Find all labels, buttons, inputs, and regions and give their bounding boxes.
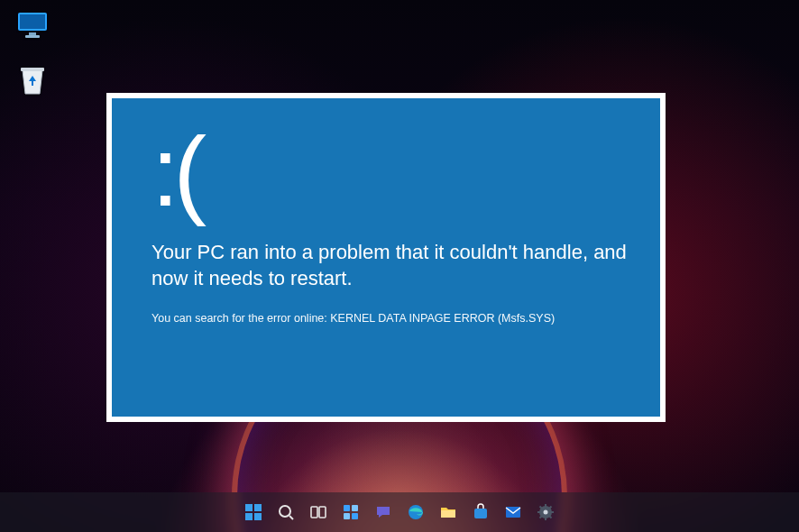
widgets-icon <box>342 503 360 521</box>
file-explorer-button[interactable] <box>435 499 462 526</box>
bsod-frown: :( <box>152 129 631 214</box>
bsod-panel: :( Your PC ran into a problem that it co… <box>112 98 660 417</box>
widgets-button[interactable] <box>337 499 364 526</box>
gear-icon <box>537 503 555 521</box>
search-button[interactable] <box>272 499 299 526</box>
svg-line-27 <box>540 507 542 509</box>
svg-rect-7 <box>245 513 253 520</box>
desktop[interactable]: :( Your PC ran into a problem that it co… <box>0 0 799 532</box>
search-icon <box>277 503 295 521</box>
svg-rect-8 <box>254 513 262 520</box>
task-view-button[interactable] <box>305 499 332 526</box>
svg-rect-18 <box>441 510 455 518</box>
svg-rect-11 <box>311 507 317 518</box>
folder-icon <box>439 503 457 521</box>
svg-rect-5 <box>245 504 253 511</box>
svg-rect-6 <box>254 504 262 511</box>
svg-point-17 <box>409 505 423 519</box>
bsod-window: :( Your PC ran into a problem that it co… <box>106 93 666 422</box>
store-button[interactable] <box>467 499 494 526</box>
svg-rect-1 <box>20 14 45 29</box>
svg-line-28 <box>550 517 552 518</box>
svg-line-30 <box>550 507 552 509</box>
chat-icon <box>374 503 392 521</box>
store-icon <box>472 503 490 521</box>
monitor-icon <box>16 11 49 43</box>
windows-icon <box>244 503 262 521</box>
desktop-icon-this-pc[interactable] <box>11 11 54 43</box>
svg-rect-12 <box>319 507 326 518</box>
recycle-bin-icon <box>18 65 47 101</box>
svg-rect-19 <box>474 509 487 518</box>
mail-button[interactable] <box>500 499 527 526</box>
svg-rect-20 <box>506 507 520 518</box>
svg-rect-16 <box>352 513 358 519</box>
desktop-icons <box>11 11 54 101</box>
svg-rect-14 <box>352 505 358 511</box>
svg-point-9 <box>280 506 290 517</box>
start-button[interactable] <box>240 499 267 526</box>
edge-button[interactable] <box>402 499 429 526</box>
taskbar <box>0 492 799 532</box>
mail-icon <box>504 503 522 521</box>
settings-button[interactable] <box>532 499 559 526</box>
svg-line-10 <box>289 516 293 519</box>
svg-rect-2 <box>29 32 36 35</box>
svg-rect-15 <box>344 513 350 519</box>
taskbar-items <box>240 499 559 526</box>
svg-rect-13 <box>344 505 350 511</box>
edge-icon <box>407 503 425 521</box>
svg-line-29 <box>540 517 542 518</box>
bsod-detail: You can search for the error online: KER… <box>152 312 631 325</box>
bsod-message: Your PC ran into a problem that it could… <box>152 239 631 292</box>
svg-point-22 <box>544 510 548 515</box>
svg-rect-3 <box>25 35 40 38</box>
svg-rect-4 <box>21 68 44 71</box>
desktop-icon-recycle-bin[interactable] <box>11 65 54 101</box>
task-view-icon <box>309 503 327 521</box>
chat-button[interactable] <box>370 499 397 526</box>
